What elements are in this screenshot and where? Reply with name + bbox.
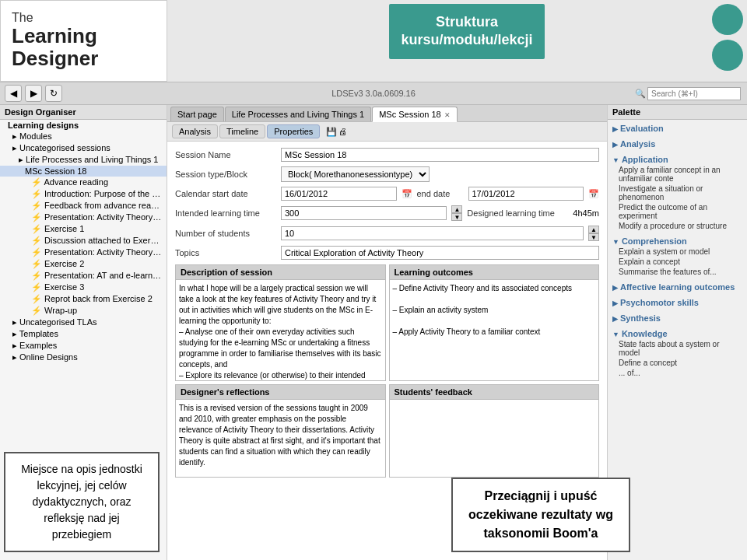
logo-the: The (12, 11, 156, 25)
palette-section: ▶Affective learning outcomes (608, 278, 747, 294)
palette-section-title[interactable]: ▶Synthesis (612, 311, 742, 324)
search-icon: 🔍 (635, 89, 646, 99)
description-content[interactable]: In what I hope will be a largely practic… (175, 280, 386, 381)
intended-time-up[interactable]: ▲ (451, 205, 462, 213)
session-type-row: Session type/Block Block( Morethanoneses… (175, 166, 599, 182)
tabs-row: Start pageLife Processes and Living Thin… (167, 105, 607, 122)
session-type-label: Session type/Block (175, 170, 276, 179)
palette-section: ▼KnowledgeState facts about a system or … (608, 325, 747, 380)
palette-section-title[interactable]: ▼Application (612, 152, 742, 165)
num-students-down[interactable]: ▼ (588, 233, 599, 241)
toolbar: ◀ ▶ ↻ LDSEv3 3.0a.0609.16 🔍 (0, 82, 747, 105)
intended-time-input[interactable] (281, 206, 447, 220)
sidebar-item[interactable]: ⚡ Presentation: AT and e-learning (0, 270, 167, 282)
sidebar-item[interactable]: ⚡ Presentation: Activity Theory advan (0, 247, 167, 258)
forward-button[interactable]: ▶ (25, 85, 42, 102)
sidebar-item[interactable]: ⚡ Reprot back from Exercise 2 (0, 293, 167, 305)
tab-close-icon[interactable]: ✕ (444, 111, 451, 119)
palette-item[interactable]: Modify a procedure or structure (612, 221, 742, 231)
intended-time-down[interactable]: ▼ (451, 213, 462, 221)
feedback-section: Students' feedback (389, 384, 600, 478)
num-students-input[interactable] (281, 226, 584, 240)
palette-item[interactable]: Explain a system or model (612, 247, 742, 257)
palette-section-title[interactable]: ▶Analysis (612, 137, 742, 149)
toolbar-search: 🔍 (635, 87, 741, 100)
back-button[interactable]: ◀ (5, 85, 22, 102)
sidebar-item[interactable]: ▸ Uncategorised TLAs (0, 317, 167, 328)
calendar-start-label: Calendar start date (175, 189, 276, 198)
tab-msc-session-18[interactable]: MSc Session 18✕ (372, 107, 457, 122)
palette-item[interactable]: Apply a familiar concept in an unfamilia… (612, 165, 742, 184)
palette-item[interactable]: Investigate a situation or phenomenon (612, 184, 742, 202)
logo-designer: Designer (12, 47, 156, 71)
palette-section: ▶Evaluation (608, 120, 747, 135)
palette-item[interactable]: ... of... (612, 368, 742, 378)
palette-item[interactable]: Summarise the features of... (612, 267, 742, 277)
sidebar-item[interactable]: ▸ Online Designs (0, 352, 167, 363)
reflections-content[interactable]: This is a revised version of the session… (175, 400, 386, 478)
palette-item[interactable]: Explain a concept (612, 257, 742, 267)
num-students-row: Number of students ▲ ▼ (175, 226, 599, 241)
sidebar-item[interactable]: ▸ Life Processes and Living Things 1 (0, 154, 167, 166)
palette-section: ▶Synthesis (608, 310, 747, 325)
sidebar-item[interactable]: ⚡ Presentation: Activity Theory basic co (0, 212, 167, 223)
reflections-header: Designer's reflections (175, 384, 386, 400)
end-date-input[interactable] (468, 187, 584, 201)
sub-tab-timeline[interactable]: Timeline (219, 124, 265, 138)
sidebar-item[interactable]: ⚡ Wrap-up (0, 305, 167, 317)
feedback-content[interactable] (389, 400, 600, 478)
outcomes-section: Learning outcomes – Define Activity Theo… (389, 264, 600, 381)
sidebar-item[interactable]: MSc Session 18 (0, 166, 167, 177)
palette-section: ▶Psychomotor skills (608, 294, 747, 310)
sidebar-item[interactable]: ▸ Uncategorised sessions (0, 142, 167, 154)
sidebar-items: Learning designs▸ Modules▸ Uncategorised… (0, 120, 167, 363)
sidebar-item[interactable]: ▸ Templates (0, 328, 167, 340)
sub-tabs-row: AnalysisTimelineProperties 💾🖨 (167, 122, 607, 142)
palette-item[interactable]: Define a concept (612, 358, 742, 368)
session-type-select[interactable]: Block( Morethanonesessiontype) (281, 166, 430, 182)
sub-tab-analysis[interactable]: Analysis (172, 124, 218, 138)
topics-input[interactable] (281, 246, 599, 260)
palette-item[interactable]: State facts about a system or model (612, 339, 742, 358)
calendar-start-icon[interactable]: 📅 (402, 189, 412, 199)
num-students-up[interactable]: ▲ (588, 226, 599, 233)
print-icon[interactable]: 🖨 (338, 127, 347, 136)
outcomes-content[interactable]: – Define Activity Theory and its associa… (389, 280, 600, 381)
sidebar-item[interactable]: Learning designs (0, 120, 167, 131)
search-input[interactable] (647, 87, 741, 100)
save-icon[interactable]: 💾 (326, 127, 337, 137)
callout-right-text: Przeciągnij i upuść oczekiwane rezultaty… (468, 489, 613, 540)
palette-header: Palette (608, 105, 747, 120)
calendar-start-input[interactable] (281, 187, 397, 201)
logo-learning: Learning (12, 25, 156, 47)
palette-section: ▼ApplicationApply a familiar concept in … (608, 151, 747, 233)
sidebar-item[interactable]: ▸ Examples (0, 340, 167, 352)
sidebar-item[interactable]: ⚡ Exercise 3 (0, 282, 167, 293)
palette-section-title[interactable]: ▼Knowledge (612, 327, 742, 339)
session-name-label: Session Name (175, 150, 276, 159)
tab-start-page[interactable]: Start page (170, 107, 224, 121)
session-name-input[interactable] (281, 148, 599, 162)
sub-tab-properties[interactable]: Properties (267, 124, 320, 138)
palette-section-title[interactable]: ▼Comprehension (612, 234, 742, 247)
sidebar-item[interactable]: ⚡ Advance reading (0, 177, 167, 188)
sidebar-item[interactable]: ⚡ Discussion attached to Exercise 1 (0, 235, 167, 247)
teal-circle-1 (712, 4, 743, 35)
refresh-button[interactable]: ↻ (45, 85, 62, 102)
sidebar-item[interactable]: ⚡ Introduction: Purpose of the session (0, 188, 167, 200)
sidebar-item[interactable]: ⚡ Feedback from advance reading (0, 200, 167, 212)
sidebar-item[interactable]: ▸ Modules (0, 131, 167, 142)
palette-section-title[interactable]: ▶Evaluation (612, 121, 742, 134)
palette-section-title[interactable]: ▶Psychomotor skills (612, 296, 742, 308)
palette-item[interactable]: Predict the outcome of an experiment (612, 202, 742, 221)
end-date-icon[interactable]: 📅 (588, 189, 599, 199)
intended-time-label: Intended learning time (175, 208, 276, 218)
description-section: Description of session In what I hope wi… (175, 264, 386, 381)
calendar-row: Calendar start date 📅 end date 📅 (175, 187, 599, 201)
teal-circles (712, 4, 743, 71)
sidebar-item[interactable]: ⚡ Exercise 2 (0, 258, 167, 270)
palette-section-title[interactable]: ▶Affective learning outcomes (612, 280, 742, 292)
outcomes-header: Learning outcomes (389, 264, 600, 280)
sidebar-item[interactable]: ⚡ Exercise 1 (0, 223, 167, 235)
tab-life-processes-and-living-things-1[interactable]: Life Processes and Living Things 1 (225, 107, 371, 121)
